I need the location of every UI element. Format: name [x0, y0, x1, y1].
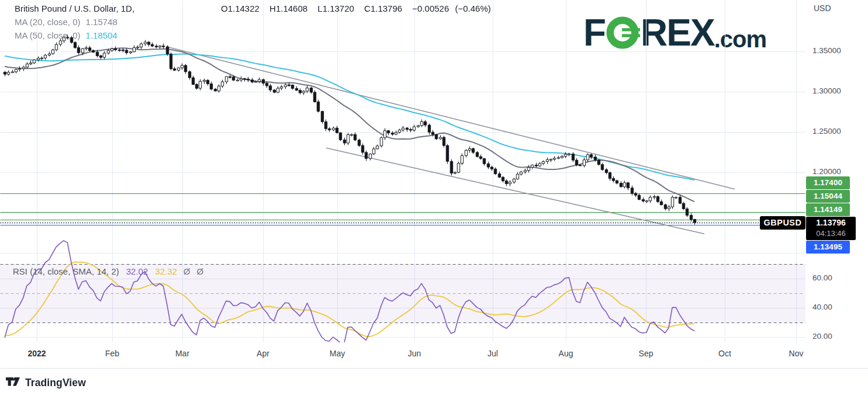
ma50-label: MA (50, close, 0) [15, 30, 81, 40]
chart-canvas[interactable] [0, 0, 868, 399]
current-price: 1.13796 [806, 217, 856, 228]
tradingview-icon [6, 377, 21, 389]
month-label: Mar [175, 349, 189, 358]
rsi-null-2: Ø [197, 266, 204, 276]
open-label: O [221, 4, 228, 13]
price-tick: 1.25000 [812, 127, 841, 136]
currency-label: USD [814, 4, 831, 13]
tradingview-logo[interactable]: TradingView [6, 377, 86, 389]
price-level-box: 1.15044 [806, 190, 850, 203]
month-label: Oct [718, 349, 731, 358]
ma20-label: MA (20, close, 0) [15, 17, 81, 27]
rsi-tick: 20.00 [812, 332, 832, 341]
low-value: 1.13720 [323, 4, 354, 13]
rsi-value: 32.02 [126, 266, 148, 276]
price-tick: 1.35000 [812, 46, 841, 55]
price-level-box: 1.17400 [806, 176, 850, 189]
high-value: 1.14608 [276, 4, 307, 13]
rsi-label: RSI (14, close, SMA, 14, 2) [13, 266, 119, 276]
low-label: L [317, 4, 322, 13]
price-tick: 1.30000 [812, 86, 841, 95]
ma50-value: 1.18504 [86, 30, 117, 40]
ma20-legend[interactable]: MA (20, close, 0)1.15748 [15, 15, 134, 29]
rsi-null-1: Ø [184, 266, 191, 276]
time-axis[interactable]: 2022FebMarAprMayJunJulAugSepOctNov [0, 342, 805, 368]
price-level-box: 1.14149 [806, 203, 850, 216]
month-label: Aug [559, 349, 573, 358]
month-label: 2022 [27, 349, 46, 358]
rsi-ma-value: 32.32 [155, 266, 177, 276]
chart-window: F REX .com British Pound / U.S. Dollar, … [0, 0, 868, 399]
month-label: Sep [639, 349, 653, 358]
high-label: H [269, 4, 276, 13]
tradingview-wordmark: TradingView [25, 377, 86, 389]
month-label: Nov [789, 349, 804, 358]
month-label: Jul [487, 349, 498, 358]
month-label: Feb [105, 349, 119, 358]
price-axis[interactable]: USD 1.350001.300001.250001.2000060.0040.… [805, 0, 868, 368]
open-value: 1.14322 [228, 4, 260, 13]
month-label: Jun [408, 349, 421, 358]
ma50-legend[interactable]: MA (50, close, 0)1.18504 [15, 29, 134, 42]
ohlc-row: O1.14322 H1.14608 L1.13720 C1.13796 −0.0… [221, 2, 499, 15]
symbol-title[interactable]: British Pound / U.S. Dollar, 1D, [15, 2, 134, 15]
rsi-tick: 40.00 [812, 303, 832, 311]
current-price-box: 1.1379604:13:46 [806, 217, 856, 240]
close-label: C [364, 4, 371, 13]
blue-level-box: 1.13495 [806, 241, 850, 254]
month-label: Apr [257, 349, 269, 358]
rsi-legend[interactable]: RSI (14, close, SMA, 14, 2)32.0232.32ØØ [13, 266, 203, 276]
month-label: May [330, 349, 345, 358]
change-value: −0.00526 [412, 4, 449, 13]
price-tick: 1.20000 [812, 167, 841, 176]
symbol-price-label: GBPUSD [760, 216, 805, 230]
close-value: 1.13796 [371, 4, 402, 13]
change-percent: (−0.46%) [455, 4, 490, 13]
rsi-tick: 60.00 [812, 273, 832, 282]
countdown-timer: 04:13:46 [806, 228, 856, 238]
symbol-legend: British Pound / U.S. Dollar, 1D, O1.1432… [15, 2, 134, 42]
ma20-value: 1.15748 [86, 17, 117, 27]
